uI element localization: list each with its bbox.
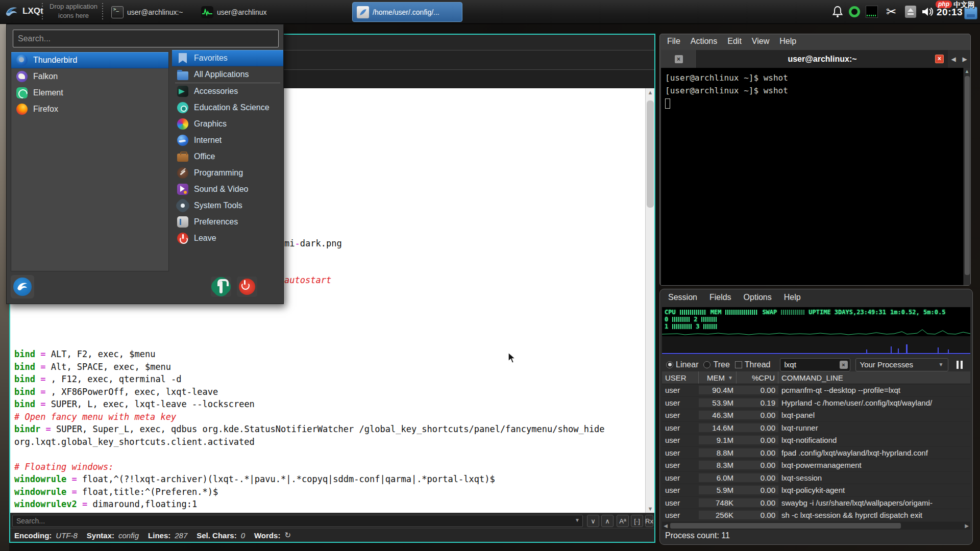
table-row[interactable]: user46.3M0.00lxqt-panel xyxy=(662,409,970,422)
editor-scroll-thumb[interactable] xyxy=(647,101,654,208)
menu-item-falkon[interactable]: Falkon xyxy=(11,68,168,85)
table-row[interactable]: user8.3M0.00lxqt-powermanagement xyxy=(662,459,970,472)
hscroll-thumb[interactable] xyxy=(670,523,901,529)
chevron-down-icon: ▼ xyxy=(939,362,944,367)
menu-item-firefox[interactable]: Firefox xyxy=(11,101,168,117)
menu-item-favorites[interactable]: Favorites xyxy=(172,50,283,66)
col-user[interactable]: USER xyxy=(662,371,699,384)
cell-cmd: lxqt-powermanagement xyxy=(778,461,970,469)
process-scope-dropdown[interactable]: Your Processes ▼ xyxy=(855,358,948,371)
tab-close-icon[interactable]: × xyxy=(935,55,944,63)
table-row[interactable]: user6.0M0.00lxqt-session xyxy=(662,472,970,485)
monitor-menu-session[interactable]: Session xyxy=(668,293,697,302)
menu-item-all-applications[interactable]: All Applications xyxy=(172,66,283,83)
checkbox-icon xyxy=(735,361,742,368)
lxqt-bird-icon xyxy=(4,4,19,19)
menu-item-programming[interactable]: Programming xyxy=(172,165,283,181)
scroll-left-icon[interactable]: ◀ xyxy=(662,522,669,530)
monitor-hscrollbar[interactable]: ◀ ▶ xyxy=(662,522,970,530)
lxqt-menu-button[interactable] xyxy=(3,3,20,20)
find-input[interactable] xyxy=(12,515,583,527)
editor-find-bar: ▼ ∨ ∧ Aª [·] Rx xyxy=(10,513,654,528)
match-case-button[interactable]: Aª xyxy=(617,515,629,527)
terminal-tab-title: user@archlinux:~ xyxy=(788,55,856,64)
table-row[interactable]: user53.9M0.19Hyprland -c /home/user/.con… xyxy=(662,397,970,410)
lcd-mem-label: MEM xyxy=(710,309,722,316)
table-row[interactable]: user9.1M0.00lxqt-notificationd xyxy=(662,434,970,447)
whole-word-button[interactable]: [·] xyxy=(631,515,643,527)
find-history-dropdown-icon[interactable]: ▼ xyxy=(575,517,580,523)
scroll-up-icon[interactable]: ▲ xyxy=(646,88,655,96)
scroll-up-icon[interactable]: ▲ xyxy=(964,68,970,75)
tab-scroll-right-icon[interactable]: ▶ xyxy=(959,50,970,68)
linear-radio[interactable]: Linear xyxy=(666,360,698,369)
terminal-menu-file[interactable]: File xyxy=(667,37,680,46)
terminal-menu-help[interactable]: Help xyxy=(779,37,796,46)
words-label: Words: xyxy=(254,531,280,540)
menu-configure-button[interactable] xyxy=(211,277,231,297)
menu-power-button[interactable] xyxy=(237,277,257,297)
menu-item-accessories[interactable]: Accessories xyxy=(172,83,283,99)
col-cpu[interactable]: %CPU xyxy=(737,371,778,384)
col-mem[interactable]: MEM▼ xyxy=(699,371,737,384)
menu-item-education-science[interactable]: Education & Science xyxy=(172,99,283,116)
sound-video-icon xyxy=(177,184,188,195)
tray-ring-icon[interactable] xyxy=(848,5,861,18)
menu-about-button[interactable] xyxy=(11,275,34,298)
menu-item-element[interactable]: Element xyxy=(11,85,168,101)
scroll-right-icon[interactable]: ▶ xyxy=(963,522,970,530)
tray-graph-icon[interactable] xyxy=(865,5,878,18)
terminal-tab-list-button[interactable]: × xyxy=(661,50,697,68)
terminal-menu-actions[interactable]: Actions xyxy=(691,37,717,46)
clipboard-scissors-icon[interactable]: ✂ xyxy=(885,5,898,18)
table-row[interactable]: user748K0.00swaybg -i /usr/share/lxqt/wa… xyxy=(662,497,970,510)
taskbar-item-terminal[interactable]: >_ user@archlinux:~ xyxy=(107,2,182,22)
terminal-scroll-thumb[interactable] xyxy=(965,76,970,275)
taskbar-item-featherpad[interactable]: /home/user/.config/... xyxy=(352,2,462,22)
find-prev-button[interactable]: ∧ xyxy=(601,515,614,527)
menu-item-preferences[interactable]: Preferences xyxy=(172,214,283,230)
pause-button[interactable] xyxy=(957,361,963,369)
menu-search-input[interactable] xyxy=(13,30,279,47)
table-row[interactable]: user5.9M0.00lxqt-policykit-agent xyxy=(662,484,970,497)
panel-logo-label[interactable]: LXQt xyxy=(22,6,43,16)
table-row[interactable]: user90.4M0.00pcmanfm-qt --desktop --prof… xyxy=(662,384,970,397)
monitor-icon xyxy=(201,6,213,18)
monitor-menu-help[interactable]: Help xyxy=(784,293,801,302)
clear-filter-icon[interactable]: × xyxy=(840,361,848,369)
col-command[interactable]: COMMAND_LINE xyxy=(778,371,970,384)
find-next-button[interactable]: ∨ xyxy=(587,515,599,527)
terminal-menu-view[interactable]: View xyxy=(752,37,769,46)
thread-checkbox[interactable]: Thread xyxy=(735,360,771,369)
terminal-tab[interactable]: user@archlinux:~ × xyxy=(697,50,948,68)
taskbar-item-monitor[interactable]: user@archlinux xyxy=(197,2,265,22)
menu-item-thunderbird[interactable]: Thunderbird xyxy=(11,52,168,68)
table-row[interactable]: user14.6M0.00lxqt-runner xyxy=(662,422,970,435)
menu-item-internet[interactable]: Internet xyxy=(172,132,283,148)
volume-speaker-icon[interactable] xyxy=(921,5,934,18)
table-row[interactable]: user8.8M0.00fpad .config/lxqt/wayland/lx… xyxy=(662,447,970,460)
menu-item-graphics[interactable]: Graphics xyxy=(172,116,283,132)
cpu-meter xyxy=(680,310,706,315)
removable-media-eject-icon[interactable] xyxy=(904,5,917,18)
terminal-scrollbar[interactable]: ▲ xyxy=(963,68,970,285)
menu-item-office[interactable]: Office xyxy=(172,148,283,165)
tab-scroll-left-icon[interactable]: ◀ xyxy=(948,50,959,68)
refresh-words-icon[interactable]: ↻ xyxy=(284,531,291,540)
monitor-menu-fields[interactable]: Fields xyxy=(709,293,731,302)
notifications-bell-icon[interactable] xyxy=(831,5,844,18)
monitor-menu-options[interactable]: Options xyxy=(744,293,772,302)
cell-user: user xyxy=(662,436,699,444)
scroll-down-icon[interactable]: ▼ xyxy=(646,505,655,513)
tree-radio[interactable]: Tree xyxy=(703,360,729,369)
menu-item-sound-video[interactable]: Sound & Video xyxy=(172,181,283,197)
terminal-menu-edit[interactable]: Edit xyxy=(727,37,742,46)
terminal-console[interactable]: [user@archlinux ~]$ wshot[user@archlinux… xyxy=(661,68,963,285)
table-row[interactable]: user256K0.00sh -c lxqt-session && hyprct… xyxy=(662,509,970,522)
regex-button[interactable]: Rx xyxy=(645,515,653,527)
cell-cmd: swaybg -i /usr/share/lxqt/wallpapers/ori… xyxy=(778,498,970,507)
terminal-line: [user@archlinux ~]$ wshot xyxy=(665,84,963,97)
editor-scrollbar[interactable]: ▲ ▼ xyxy=(645,88,654,513)
menu-item-leave[interactable]: Leave xyxy=(172,230,283,246)
menu-item-system-tools[interactable]: System Tools xyxy=(172,197,283,214)
